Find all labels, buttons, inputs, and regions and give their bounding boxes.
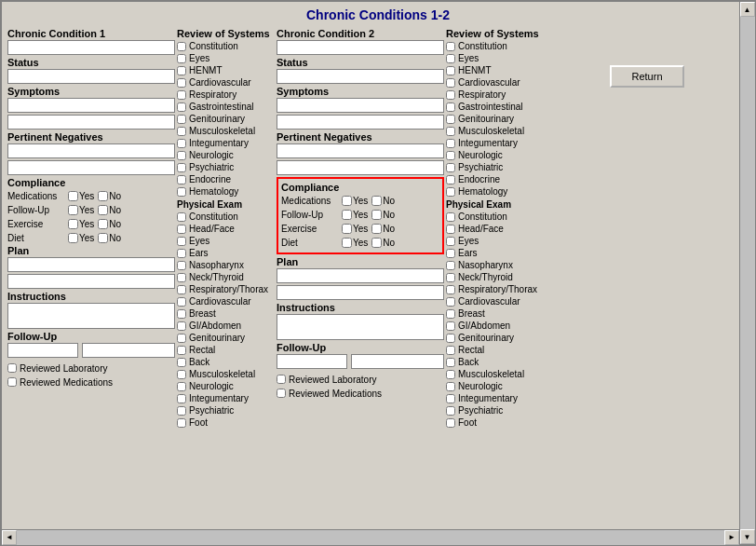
ros2-respiratory-cb[interactable] [446,90,455,100]
chronic2-followup-input2[interactable] [351,354,444,369]
pe1-integumentary-cb[interactable] [177,394,186,403]
ros1-eyes-cb[interactable] [177,54,186,63]
scroll-track-h[interactable] [17,530,724,545]
pe2-psychiatric-cb[interactable] [446,406,455,416]
pe1-headface-cb[interactable] [177,225,186,234]
chronic2-symptoms-input1[interactable] [277,98,444,113]
pe2-neck-thyroid-cb[interactable] [446,273,455,282]
scrollbar-bottom[interactable]: ◄ ► [2,529,739,544]
ros1-neurologic-cb[interactable] [177,151,186,160]
pe1-psychiatric-cb[interactable] [177,406,186,416]
compliance2-followup-no-cb[interactable] [371,210,382,220]
compliance2-exercise-yes-cb[interactable] [342,224,352,234]
ros2-henmt-cb[interactable] [446,66,455,75]
chronic1-plan-input1[interactable] [7,257,175,272]
pe1-foot-cb[interactable] [177,418,186,428]
pe1-eyes-cb[interactable] [177,237,186,246]
pe2-respiratory-thorax-cb[interactable] [446,285,455,294]
pe2-gi-abdomen-cb[interactable] [446,321,455,331]
chronic1-status-input[interactable] [7,69,175,84]
ros2-gastrointestinal-cb[interactable] [446,102,455,112]
chronic2-pn-input1[interactable] [277,143,444,158]
pe1-genitourinary-cb[interactable] [177,334,186,343]
pe2-musculoskeletal-cb[interactable] [446,370,455,379]
scroll-left-btn[interactable]: ◄ [2,530,17,545]
pe1-rectal-cb[interactable] [177,346,186,355]
pe2-neurologic-cb[interactable] [446,382,455,391]
chronic1-instructions-input[interactable] [7,303,175,329]
pe1-ears-cb[interactable] [177,249,186,258]
chronic2-plan-input1[interactable] [277,268,444,283]
chronic2-status-input[interactable] [277,69,444,84]
ros1-musculoskeletal-cb[interactable] [177,127,186,136]
chronic1-plan-input2[interactable] [7,274,175,289]
chronic1-followup-input2[interactable] [82,343,175,358]
pe1-respiratory-thorax-cb[interactable] [177,285,186,294]
ros1-cardiovascular-cb[interactable] [177,78,186,88]
chronic2-symptoms-input2[interactable] [277,115,444,130]
scroll-right-btn[interactable]: ► [724,530,739,545]
ros1-henmt-cb[interactable] [177,66,186,75]
scrollbar-right[interactable]: ▲ ▼ [739,2,754,544]
pe2-ears-cb[interactable] [446,249,455,258]
ros2-musculoskeletal-cb[interactable] [446,127,455,136]
compliance2-exercise-no-cb[interactable] [371,224,382,234]
ros1-constitution-cb[interactable] [177,42,186,51]
scroll-down-btn[interactable]: ▼ [740,529,755,544]
pe1-neurologic-cb[interactable] [177,382,186,391]
ros1-gastrointestinal-cb[interactable] [177,102,186,112]
chronic2-reviewed-lab-cb[interactable] [277,375,286,384]
compliance1-exercise-yes-cb[interactable] [68,219,78,229]
pe2-eyes-cb[interactable] [446,237,455,246]
pe2-foot-cb[interactable] [446,418,455,428]
ros2-psychiatric-cb[interactable] [446,163,455,172]
chronic2-followup-input1[interactable] [277,354,347,369]
pe1-neck-thyroid-cb[interactable] [177,273,186,282]
ros2-hematology-cb[interactable] [446,187,455,197]
ros2-genitourinary-cb[interactable] [446,115,455,124]
ros2-endocrine-cb[interactable] [446,175,455,184]
chronic2-reviewed-med-cb[interactable] [277,389,286,398]
compliance1-exercise-no-cb[interactable] [98,219,108,229]
pe2-cardiovascular-cb[interactable] [446,297,455,307]
pe2-nasopharynx-cb[interactable] [446,261,455,270]
pe2-constitution-cb[interactable] [446,212,455,222]
compliance1-followup-yes-cb[interactable] [68,205,78,215]
ros2-cardiovascular-cb[interactable] [446,78,455,88]
pe1-musculoskeletal-cb[interactable] [177,370,186,379]
pe2-rectal-cb[interactable] [446,346,455,355]
chronic1-input[interactable] [7,40,175,55]
pe2-integumentary-cb[interactable] [446,394,455,403]
pe1-cardiovascular-cb[interactable] [177,297,186,307]
chronic2-input[interactable] [277,40,444,55]
pe2-genitourinary-cb[interactable] [446,334,455,343]
pe1-breast-cb[interactable] [177,309,186,319]
compliance1-medications-yes-cb[interactable] [68,191,78,201]
chronic2-pn-input2[interactable] [277,160,444,175]
chronic2-plan-input2[interactable] [277,285,444,300]
compliance1-medications-no-cb[interactable] [98,191,108,201]
compliance2-medications-no-cb[interactable] [371,196,382,206]
ros2-eyes-cb[interactable] [446,54,455,63]
chronic1-reviewed-lab-cb[interactable] [7,363,17,373]
ros1-hematology-cb[interactable] [177,187,186,197]
ros1-endocrine-cb[interactable] [177,175,186,184]
ros1-genitourinary-cb[interactable] [177,115,186,124]
ros1-psychiatric-cb[interactable] [177,163,186,172]
ros1-respiratory-cb[interactable] [177,90,186,100]
pe1-back-cb[interactable] [177,358,186,367]
pe2-breast-cb[interactable] [446,309,455,319]
chronic1-followup-input1[interactable] [7,343,78,358]
scroll-up-btn[interactable]: ▲ [740,2,755,17]
compliance2-diet-no-cb[interactable] [371,238,382,248]
pe1-gi-abdomen-cb[interactable] [177,321,186,331]
pe1-constitution-cb[interactable] [177,212,186,222]
pe2-headface-cb[interactable] [446,225,455,234]
chronic1-symptoms-input2[interactable] [7,115,175,130]
chronic1-pn-input2[interactable] [7,160,175,175]
chronic1-symptoms-input1[interactable] [7,98,175,113]
ros2-constitution-cb[interactable] [446,42,455,51]
chronic1-reviewed-med-cb[interactable] [7,377,17,387]
chronic2-instructions-input[interactable] [277,314,444,340]
return-button[interactable]: Return [610,65,684,88]
